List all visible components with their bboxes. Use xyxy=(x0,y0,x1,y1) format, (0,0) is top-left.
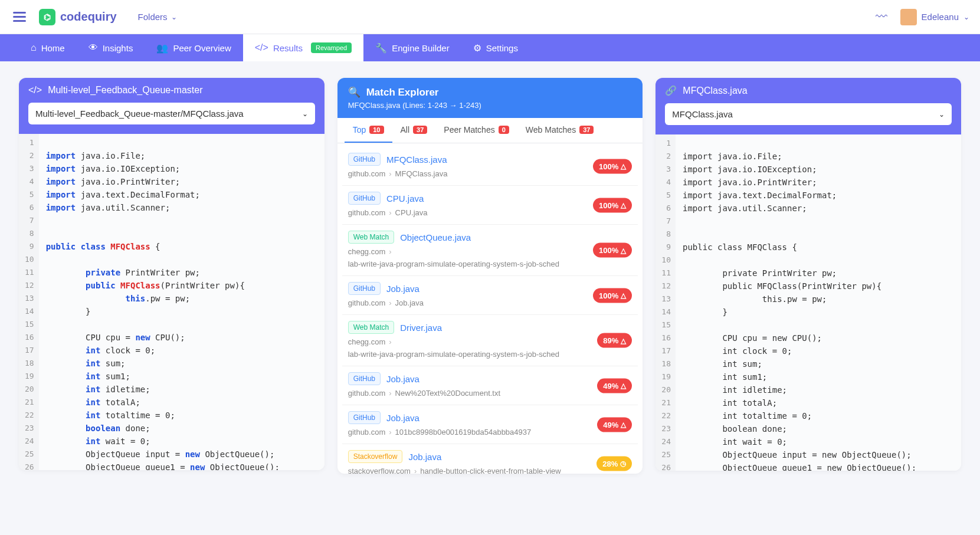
match-path: github.com›CPU.java xyxy=(348,208,632,217)
revamped-badge: Revamped xyxy=(311,42,352,53)
match-explorer-subtitle: MFQClass.java (Lines: 1-243 → 1-243) xyxy=(348,101,632,110)
match-item[interactable]: GitHubCPU.javagithub.com›CPU.java100% △ xyxy=(342,186,638,225)
match-path: github.com›Job.java xyxy=(348,298,632,307)
match-item[interactable]: GitHubJob.javagithub.com›101bc8998b0e001… xyxy=(342,405,638,444)
left-panel-header: </>Multi-level_Feedback_Queue-master Mul… xyxy=(19,78,325,134)
match-path: github.com›MFQClass.java xyxy=(348,169,632,178)
warning-icon: △ xyxy=(621,291,626,300)
tab-all[interactable]: All37 xyxy=(392,118,436,143)
logo-text: codequiry xyxy=(60,10,117,24)
match-percent-badge: 49% △ xyxy=(597,417,632,432)
match-file-name: Job.java xyxy=(386,374,419,384)
nav-home[interactable]: ⌂Home xyxy=(19,34,77,61)
right-code-body: import java.io.File;import java.io.IOExc… xyxy=(676,134,961,471)
tab-peer-matches[interactable]: Peer Matches0 xyxy=(435,118,517,143)
chevron-down-icon: ⌄ xyxy=(302,110,308,118)
eye-icon: 👁 xyxy=(89,42,98,53)
left-code-view[interactable]: 1234567891011121314151617181920212223242… xyxy=(19,134,325,470)
nav-peer-overview[interactable]: 👥Peer Overview xyxy=(145,34,242,61)
match-explorer-title: Match Explorer xyxy=(366,87,439,99)
match-item[interactable]: GitHubMFQClass.javagithub.com›MFQClass.j… xyxy=(342,147,638,186)
topbar-left: ⌬ codequiry Folders ⌄ xyxy=(11,9,177,25)
match-file-name: Driver.java xyxy=(400,323,442,333)
source-tag: Stackoverflow xyxy=(348,450,403,463)
code-icon: </> xyxy=(28,85,42,96)
match-file-name: MFQClass.java xyxy=(386,155,447,165)
warning-icon: △ xyxy=(621,162,626,170)
match-item[interactable]: StackoverflowJob.javastackoverflow.com›h… xyxy=(342,444,638,474)
right-title: MFQClass.java xyxy=(683,86,747,96)
hamburger-menu-button[interactable] xyxy=(11,9,28,24)
warning-icon: △ xyxy=(621,336,626,344)
warning-icon: △ xyxy=(621,421,626,429)
match-item[interactable]: GitHubJob.javagithub.com›New%20Text%20Do… xyxy=(342,366,638,405)
match-path: github.com›New%20Text%20Document.txt xyxy=(348,389,632,398)
warning-icon: △ xyxy=(621,201,626,209)
nav-insights[interactable]: 👁Insights xyxy=(77,34,145,61)
match-percent-badge: 89% △ xyxy=(597,333,632,348)
nav-settings[interactable]: ⚙Settings xyxy=(461,34,530,61)
code-icon: </> xyxy=(255,42,268,53)
match-percent-badge: 100% △ xyxy=(593,243,632,258)
nav-engine-builder[interactable]: 🔧Engine Builder xyxy=(363,34,461,61)
match-percent-badge: 28% ◷ xyxy=(596,456,632,471)
match-percent-badge: 49% △ xyxy=(597,378,632,393)
source-tag: GitHub xyxy=(348,153,381,166)
topbar: ⌬ codequiry Folders ⌄ 〰 Edeleanu ⌄ xyxy=(0,0,980,34)
match-path: chegg.com›lab-write-java-program-simulat… xyxy=(348,337,632,359)
user-dropdown[interactable]: Edeleanu ⌄ xyxy=(900,9,969,25)
match-percent-badge: 100% △ xyxy=(593,159,632,173)
match-percent-badge: 100% △ xyxy=(593,198,632,212)
right-file-select[interactable]: MFQClass.java ⌄ xyxy=(665,103,952,125)
left-file-select[interactable]: Multi-level_Feedback_Queue-master/MFQCla… xyxy=(28,103,315,124)
chevron-down-icon: ⌄ xyxy=(963,13,969,21)
chevron-down-icon: ⌄ xyxy=(939,110,945,119)
username: Edeleanu xyxy=(922,12,959,22)
left-title: Multi-level_Feedback_Queue-master xyxy=(48,85,202,96)
content: </>Multi-level_Feedback_Queue-master Mul… xyxy=(0,61,980,490)
source-tag: Web Match xyxy=(348,231,394,244)
chevron-down-icon: ⌄ xyxy=(171,13,177,21)
left-gutter: 1234567891011121314151617181920212223242… xyxy=(19,134,39,470)
folders-label: Folders xyxy=(138,12,168,22)
avatar xyxy=(900,9,917,25)
left-selected-file: Multi-level_Feedback_Queue-master/MFQCla… xyxy=(35,109,244,119)
right-code-view[interactable]: 1234567891011121314151617181920212223242… xyxy=(655,134,961,471)
match-explorer-header: 🔍Match Explorer MFQClass.java (Lines: 1-… xyxy=(337,78,643,118)
match-explorer-panel: 🔍Match Explorer MFQClass.java (Lines: 1-… xyxy=(337,78,643,474)
right-selected-file: MFQClass.java xyxy=(672,109,733,119)
source-tag: GitHub xyxy=(348,372,381,385)
logo-icon: ⌬ xyxy=(39,9,55,25)
match-file-name: CPU.java xyxy=(386,193,424,204)
match-item[interactable]: Web MatchObjectQueue.javachegg.com›lab-w… xyxy=(342,225,638,276)
tab-web-matches[interactable]: Web Matches37 xyxy=(517,118,602,143)
match-percent-badge: 100% △ xyxy=(593,288,632,303)
tab-top[interactable]: Top10 xyxy=(345,118,392,143)
match-file-name: ObjectQueue.java xyxy=(400,232,471,242)
wrench-icon: 🔧 xyxy=(375,42,387,54)
match-file-name: Job.java xyxy=(386,413,419,423)
source-tag: GitHub xyxy=(348,411,381,424)
navbar: ⌂Home 👁Insights 👥Peer Overview </>Result… xyxy=(0,34,980,61)
match-tabs: Top10 All37 Peer Matches0 Web Matches37 xyxy=(337,118,643,143)
binoculars-icon: 🔍 xyxy=(348,86,360,99)
people-icon: 👥 xyxy=(156,42,168,54)
right-gutter: 1234567891011121314151617181920212223242… xyxy=(655,134,676,471)
match-path: github.com›101bc8998b0e001619bda54abbba4… xyxy=(348,428,632,436)
match-list[interactable]: GitHubMFQClass.javagithub.com›MFQClass.j… xyxy=(337,143,643,474)
activity-icon[interactable]: 〰 xyxy=(876,10,887,24)
home-icon: ⌂ xyxy=(31,42,37,53)
right-panel-header: 🔗MFQClass.java MFQClass.java ⌄ xyxy=(655,78,961,134)
match-file-name: Job.java xyxy=(386,284,419,294)
match-item[interactable]: Web MatchDriver.javachegg.com›lab-write-… xyxy=(342,315,638,366)
nav-results[interactable]: </>ResultsRevamped xyxy=(243,34,363,61)
match-file-name: Job.java xyxy=(408,452,441,462)
folders-dropdown[interactable]: Folders ⌄ xyxy=(138,12,177,22)
clock-icon: ◷ xyxy=(620,459,626,468)
left-code-body: import java.io.File;import java.io.IOExc… xyxy=(39,134,325,470)
logo[interactable]: ⌬ codequiry xyxy=(39,9,117,25)
source-tag: GitHub xyxy=(348,192,381,205)
match-item[interactable]: GitHubJob.javagithub.com›Job.java100% △ xyxy=(342,276,638,315)
source-tag: GitHub xyxy=(348,282,381,295)
warning-icon: △ xyxy=(621,382,626,390)
